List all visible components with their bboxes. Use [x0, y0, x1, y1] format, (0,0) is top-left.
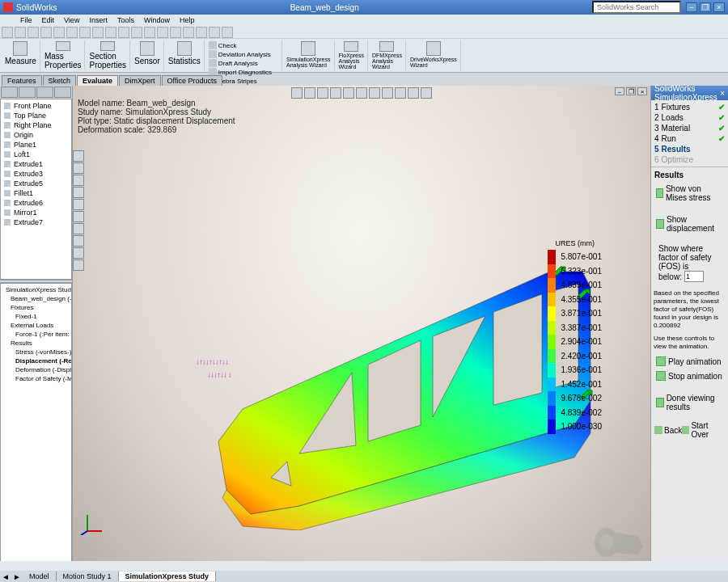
toolbar-icon[interactable] — [209, 27, 220, 38]
tab-next-icon[interactable]: ► — [11, 572, 23, 581]
toolbar-icon[interactable] — [222, 27, 233, 38]
feature-item[interactable]: Extrude1 — [2, 159, 70, 169]
vp-minimize-icon[interactable]: – — [615, 87, 624, 95]
vp-maximize-icon[interactable]: ❐ — [626, 87, 636, 95]
sim-tree-item[interactable]: Force-1 (:Per item: 10000 N — [2, 330, 70, 339]
maximize-button[interactable]: ❐ — [700, 2, 711, 12]
side-tool-icon[interactable] — [73, 199, 84, 210]
feature-item[interactable]: Extrude3 — [2, 169, 70, 179]
feature-item[interactable]: Top Plane — [2, 111, 70, 120]
fm-tab-1[interactable] — [1, 86, 18, 98]
view-tool-icon[interactable] — [291, 87, 303, 99]
feature-item[interactable]: Extrude5 — [2, 179, 70, 188]
ribbon-section[interactable]: SectionProperties — [86, 40, 130, 70]
wizard-step-material[interactable]: 3Material✔ — [653, 123, 726, 133]
view-tool-icon[interactable] — [317, 87, 328, 99]
side-tool-icon[interactable] — [73, 211, 84, 222]
view-tool-icon[interactable] — [408, 87, 419, 99]
bottom-tab[interactable]: SimulationXpress Study — [119, 571, 217, 581]
toolbar-icon[interactable] — [28, 27, 39, 38]
ribbon-deviation-analysis[interactable]: Deviation Analysis — [209, 50, 278, 58]
tab-office products[interactable]: Office Products — [162, 75, 222, 86]
side-tool-icon[interactable] — [73, 235, 84, 247]
view-tool-icon[interactable] — [304, 87, 315, 99]
wizard-step-optimize[interactable]: 6Optimize — [653, 154, 726, 165]
wizard-step-results[interactable]: 5Results — [653, 144, 726, 154]
ribbon-measure[interactable]: Measure — [2, 40, 40, 70]
sim-tree-item[interactable]: Stress (-vonMises-) — [2, 348, 70, 356]
toolbar-icon[interactable] — [118, 27, 129, 38]
view-tool-icon[interactable] — [343, 87, 354, 99]
menu-edit[interactable]: Edit — [38, 16, 59, 24]
show-displacement-button[interactable]: Show displacement — [654, 213, 725, 234]
sim-panel-close-icon[interactable]: × — [720, 89, 725, 98]
toolbar-icon[interactable] — [53, 27, 65, 38]
ribbon-mass[interactable]: MassProperties — [41, 40, 86, 70]
tab-sketch[interactable]: Sketch — [43, 75, 77, 86]
vp-close-icon[interactable]: × — [637, 87, 647, 95]
feature-item[interactable]: Mirror1 — [2, 208, 70, 217]
toolbar-icon[interactable] — [170, 27, 181, 38]
menu-help[interactable]: Help — [176, 16, 199, 24]
view-tool-icon[interactable] — [330, 87, 341, 99]
sim-tree-item[interactable]: Factor of Safety (-Max vo — [2, 374, 70, 383]
fm-tab-4[interactable] — [54, 86, 71, 98]
menu-view[interactable]: View — [60, 16, 83, 24]
toolbar-icon[interactable] — [15, 27, 26, 38]
feature-tree[interactable]: Front PlaneTop PlaneRight PlaneOriginPla… — [0, 99, 72, 280]
show-stress-button[interactable]: Show von Mises stress — [654, 183, 725, 204]
ribbon-sensor[interactable]: Sensor — [131, 40, 164, 70]
feature-item[interactable]: Origin — [2, 130, 70, 140]
close-button[interactable]: × — [713, 2, 725, 12]
sim-tree-item[interactable]: External Loads — [2, 321, 70, 330]
ribbon-draft-analysis[interactable]: Draft Analysis — [209, 59, 278, 67]
menu-insert[interactable]: Insert — [85, 16, 112, 24]
feature-item[interactable]: Loft1 — [2, 150, 70, 159]
toolbar-icon[interactable] — [2, 27, 13, 38]
sim-tree-item[interactable]: SimulationXpress Study (-Reduc — [2, 285, 70, 294]
ribbon-xpress[interactable]: SimulationXpressAnalysis Wizard — [283, 40, 334, 70]
sim-tree-item[interactable]: Fixed-1 — [2, 312, 70, 321]
toolbar-icon[interactable] — [92, 27, 104, 38]
sim-tree-item[interactable]: Beam_web_design (-[SW]Cas — [2, 294, 70, 303]
play-animation-button[interactable]: Play animation — [654, 355, 725, 368]
side-tool-icon[interactable] — [73, 175, 84, 186]
sim-tree-item[interactable]: Fixtures — [2, 303, 70, 312]
tab-evaluate[interactable]: Evaluate — [77, 75, 118, 86]
graphics-viewport[interactable]: – ❐ × Model name: Beam_web_design Study … — [73, 86, 650, 569]
sim-tree-item[interactable]: Results — [2, 339, 70, 348]
bottom-tab[interactable]: Motion Study 1 — [57, 571, 119, 581]
side-tool-icon[interactable] — [73, 162, 84, 174]
wizard-step-loads[interactable]: 2Loads✔ — [653, 112, 726, 123]
ribbon-check[interactable]: Check — [209, 41, 278, 49]
sim-tree-item[interactable]: Deformation (-Displacem — [2, 365, 70, 374]
feature-item[interactable]: Extrude7 — [2, 217, 70, 227]
bottom-tab[interactable]: Model — [23, 571, 57, 581]
done-viewing-button[interactable]: Done viewing results — [654, 392, 725, 413]
toolbar-icon[interactable] — [196, 27, 207, 38]
ribbon-xpress[interactable]: DFMXpressAnalysisWizard — [369, 40, 406, 70]
view-tool-icon[interactable] — [356, 87, 367, 99]
toolbar-icon[interactable] — [66, 27, 78, 38]
side-tool-icon[interactable] — [73, 247, 84, 259]
toolbar-icon[interactable] — [79, 27, 91, 38]
view-tool-icon[interactable] — [395, 87, 406, 99]
minimize-button[interactable]: – — [686, 2, 697, 12]
ribbon-xpress[interactable]: DriveWorksXpressWizard — [407, 40, 461, 70]
side-tool-icon[interactable] — [73, 259, 84, 271]
stop-animation-button[interactable]: Stop animation — [654, 369, 725, 382]
toolbar-icon[interactable] — [157, 27, 168, 38]
tab-features[interactable]: Features — [2, 75, 42, 86]
ribbon-xpress[interactable]: FloXpressAnalysisWizard — [336, 40, 369, 70]
search-input[interactable] — [592, 1, 681, 14]
menu-window[interactable]: Window — [140, 16, 174, 24]
fos-value-input[interactable] — [684, 271, 704, 282]
simulation-tree[interactable]: SimulationXpress Study (-ReducBeam_web_d… — [0, 283, 72, 569]
feature-item[interactable]: Plane1 — [2, 140, 70, 150]
toolbar-icon[interactable] — [40, 27, 52, 38]
toolbar-icon[interactable] — [105, 27, 116, 38]
view-tool-icon[interactable] — [369, 87, 380, 99]
back-button[interactable]: Back — [654, 421, 682, 439]
menu-file[interactable]: File — [16, 16, 36, 24]
feature-item[interactable]: Extrude6 — [2, 198, 70, 208]
